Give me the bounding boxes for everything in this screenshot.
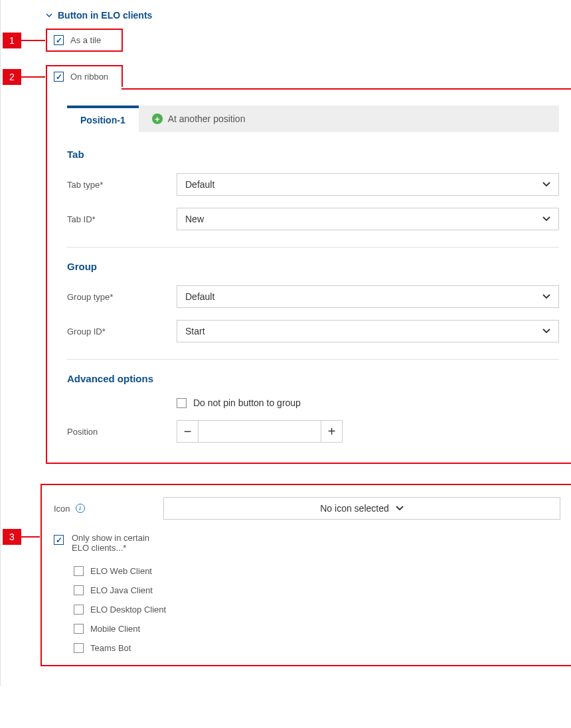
advanced-section-title: Advanced options bbox=[67, 373, 559, 384]
tab-type-label: Tab type* bbox=[67, 180, 177, 190]
client-desktop-label: ELO Desktop Client bbox=[90, 605, 166, 615]
stepper-plus[interactable]: + bbox=[321, 421, 342, 442]
only-show-checkbox[interactable] bbox=[54, 535, 64, 545]
group-type-select[interactable]: Default bbox=[177, 285, 559, 308]
tab-position-1[interactable]: Position-1 bbox=[67, 106, 139, 132]
tab-type-select[interactable]: Default bbox=[177, 173, 559, 196]
no-pin-checkbox[interactable] bbox=[177, 398, 187, 408]
collapsible-title: Button in ELO clients bbox=[58, 10, 152, 21]
client-java-label: ELO Java Client bbox=[90, 585, 153, 595]
tab-add-position-label: At another position bbox=[168, 113, 246, 124]
icon-select[interactable]: No icon selected bbox=[163, 497, 560, 520]
icon-selected-value: No icon selected bbox=[320, 503, 389, 514]
tab-id-label: Tab ID* bbox=[67, 214, 177, 224]
chevron-down-icon bbox=[542, 292, 550, 301]
client-mobile-label: Mobile Client bbox=[90, 624, 140, 634]
client-java-checkbox[interactable] bbox=[74, 585, 84, 595]
as-tile-label: As a tile bbox=[70, 35, 101, 45]
collapsible-header[interactable]: Button in ELO clients bbox=[46, 10, 571, 21]
icon-label: Icon bbox=[54, 504, 70, 514]
chevron-down-icon bbox=[542, 214, 550, 224]
callout-3: 3 bbox=[3, 529, 21, 545]
callout-1: 1 bbox=[3, 33, 21, 48]
position-tabs: Position-1 + At another position bbox=[67, 106, 559, 132]
on-ribbon-label: On ribbon bbox=[70, 72, 108, 82]
no-pin-label: Do not pin button to group bbox=[193, 398, 301, 408]
add-icon: + bbox=[152, 113, 163, 124]
tab-id-select[interactable]: New bbox=[177, 208, 559, 230]
group-section-title: Group bbox=[67, 261, 559, 272]
position-label: Position bbox=[67, 427, 177, 437]
client-mobile-checkbox[interactable] bbox=[74, 624, 84, 634]
tab-type-value: Default bbox=[185, 179, 214, 190]
client-web-label: ELO Web Client bbox=[90, 566, 152, 576]
callout-line-3 bbox=[21, 536, 40, 538]
group-type-label: Group type* bbox=[67, 292, 177, 302]
group-id-value: Start bbox=[185, 326, 205, 336]
chevron-down-icon bbox=[542, 327, 550, 336]
callout-line-2 bbox=[21, 76, 45, 78]
tab-position-1-label: Position-1 bbox=[80, 115, 125, 125]
client-teams-checkbox[interactable] bbox=[74, 643, 84, 653]
as-tile-box: As a tile bbox=[46, 29, 123, 52]
client-teams-label: Teams Bot bbox=[90, 643, 131, 653]
icon-clients-section: Icon i No icon selected Only show in cer… bbox=[41, 484, 571, 666]
as-tile-checkbox[interactable] bbox=[54, 35, 64, 45]
position-stepper: − + bbox=[177, 420, 343, 443]
callout-line-1 bbox=[21, 40, 45, 41]
on-ribbon-section: On ribbon Position-1 + At another positi… bbox=[46, 65, 571, 464]
tab-id-value: New bbox=[185, 214, 204, 224]
client-list: ELO Web Client ELO Java Client ELO Deskt… bbox=[74, 566, 560, 653]
callout-2: 2 bbox=[3, 69, 21, 85]
chevron-down-icon bbox=[542, 180, 550, 189]
group-id-select[interactable]: Start bbox=[177, 320, 559, 342]
tab-section-title: Tab bbox=[67, 149, 559, 160]
tab-add-position[interactable]: + At another position bbox=[139, 106, 259, 132]
chevron-down-icon bbox=[396, 504, 404, 513]
divider bbox=[67, 359, 559, 360]
client-web-checkbox[interactable] bbox=[74, 566, 84, 576]
group-id-label: Group ID* bbox=[67, 327, 177, 336]
divider bbox=[67, 247, 559, 248]
info-icon[interactable]: i bbox=[76, 504, 85, 513]
position-input[interactable] bbox=[199, 421, 321, 442]
on-ribbon-checkbox[interactable] bbox=[54, 72, 64, 82]
group-type-value: Default bbox=[185, 291, 214, 302]
chevron-down-icon bbox=[46, 12, 52, 19]
only-show-label: Only show in certain ELO clients...* bbox=[72, 533, 158, 553]
stepper-minus[interactable]: − bbox=[177, 421, 199, 442]
client-desktop-checkbox[interactable] bbox=[74, 605, 84, 615]
